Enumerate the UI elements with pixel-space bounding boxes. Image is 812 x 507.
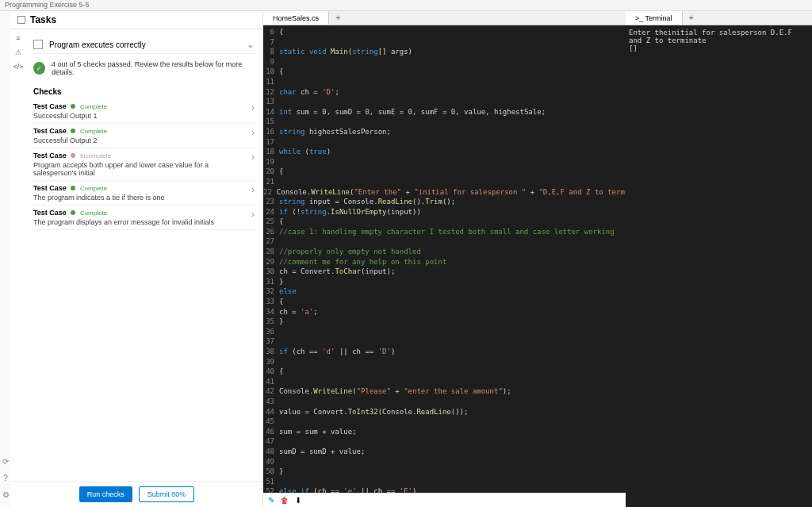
terminal[interactable]: Enter theinitial for salesperson D.E.F a… <box>626 25 812 507</box>
code-line: 23string input = Console.ReadLine().Trim… <box>263 197 626 207</box>
code-icon[interactable]: </> <box>13 63 23 71</box>
check-item[interactable]: Test Case Incomplete Program accepts bot… <box>32 148 256 181</box>
run-checks-button[interactable]: Run checks <box>79 486 132 502</box>
terminal-output: Enter theinitial for salesperson D.E.F a… <box>629 29 809 44</box>
check-item[interactable]: Test Case Complete The program indicates… <box>32 181 256 205</box>
code-line: 43 <box>263 397 626 407</box>
task-exec-label: Program executes correctly <box>49 40 247 49</box>
submit-button[interactable]: Submit 80% <box>139 486 195 502</box>
code-line: 16string highestSalesPerson; <box>263 127 626 137</box>
tasks-title: Tasks <box>30 14 56 25</box>
code-line: 32else <box>263 286 626 297</box>
code-line: 31} <box>263 277 626 287</box>
delete-icon[interactable]: 🗑 <box>281 496 289 505</box>
tasks-body: Program executes correctly ⌄ ✓ 4 out of … <box>25 29 262 481</box>
code-line: 14int sum = 0, sumD = 0, sumE = 0, sumF … <box>263 107 626 117</box>
warn-icon[interactable]: ⚠ <box>15 48 21 56</box>
check-item[interactable]: Test Case Complete The program displays … <box>32 205 256 230</box>
code-line: 30ch = Convert.ToChar(input); <box>263 267 626 277</box>
checks-header: Checks <box>32 83 256 99</box>
code-line: 52else if (ch == 'e' || ch == 'E') <box>263 486 626 493</box>
code-line: 8static void Main(string[] args) <box>263 47 626 57</box>
edit-icon[interactable]: ✎ <box>268 496 274 505</box>
chevron-right-icon: › <box>251 152 255 163</box>
terminal-tab-bar: >_ Terminal + <box>626 11 812 25</box>
task-checkbox[interactable] <box>33 40 43 49</box>
code-line: 27 <box>263 236 626 247</box>
code-line: 25{ <box>263 217 626 227</box>
terminal-tab-add[interactable]: + <box>683 11 700 25</box>
code-line: 39 <box>263 357 626 367</box>
tasks-panel: Tasks ≡ ⚠ </> Program executes correctly… <box>11 11 263 507</box>
code-line: 51 <box>263 477 626 487</box>
terminal-panel: >_ Terminal + Enter theinitial for sales… <box>626 11 812 507</box>
left-icon-rail: ≡ ⚠ </> <box>11 29 25 481</box>
code-line: 46sum = sum + value; <box>263 427 626 437</box>
editor-footer: ✎ 🗑 ⬇ <box>263 493 626 507</box>
code-line: 50} <box>263 467 626 477</box>
tasks-icon <box>17 16 25 24</box>
task-exec-row[interactable]: Program executes correctly ⌄ <box>32 36 256 54</box>
main-layout: ⟳ ? ⚙ Tasks ≡ ⚠ </> Program executes cor… <box>0 11 812 507</box>
code-line: 38if (ch == 'd' || ch == 'D') <box>263 347 626 357</box>
code-line: 19 <box>263 157 626 167</box>
code-line: 22Console.WriteLine("Enter the" + "initi… <box>263 187 626 198</box>
tasks-footer: Run checks Submit 80% <box>11 481 262 507</box>
terminal-cursor: [] <box>629 44 809 52</box>
code-line: 18while (true) <box>263 147 626 157</box>
chevron-right-icon: › <box>251 184 255 195</box>
chevron-right-icon: › <box>251 209 255 220</box>
code-editor[interactable]: 6{78static void Main(string[] args)910{1… <box>263 25 626 493</box>
refresh-icon[interactable]: ⟳ <box>2 457 9 466</box>
code-line: 33{ <box>263 297 626 307</box>
far-left-icons: ⟳ ? ⚙ <box>0 11 11 507</box>
code-line: 7 <box>263 37 626 48</box>
code-line: 26//case 1: handling empty character I t… <box>263 227 626 237</box>
code-line: 49 <box>263 457 626 467</box>
editor-tab-bar: HomeSales.cs + <box>263 11 626 25</box>
code-line: 24if (!string.IsNullOrEmpty(input)) <box>263 207 626 217</box>
code-line: 47 <box>263 436 626 447</box>
terminal-tab-label: >_ Terminal <box>635 14 672 22</box>
exercise-title: Programming Exercise 5-5 <box>5 1 90 9</box>
check-item[interactable]: Test Case Complete Successful Output 1 › <box>32 99 256 124</box>
code-line: 21 <box>263 177 626 187</box>
code-line: 36 <box>263 327 626 337</box>
help-icon[interactable]: ? <box>3 474 8 482</box>
code-line: 37 <box>263 336 626 347</box>
gear-icon[interactable]: ⚙ <box>2 490 10 499</box>
summary-icon: ✓ <box>33 62 45 75</box>
summary-row: ✓ 4 out of 5 checks passed. Review the r… <box>32 54 256 83</box>
code-line: 11 <box>263 77 626 87</box>
code-line: 45 <box>263 417 626 427</box>
editor-panel: HomeSales.cs + 6{78static void Main(stri… <box>263 11 626 507</box>
topbar: Programming Exercise 5-5 <box>0 0 812 11</box>
code-line: 12char ch = 'D'; <box>263 87 626 98</box>
tasks-header: Tasks <box>11 11 262 29</box>
code-line: 44value = Convert.ToInt32(Console.ReadLi… <box>263 407 626 417</box>
tab-terminal[interactable]: >_ Terminal <box>626 11 683 25</box>
chevron-right-icon: › <box>251 127 255 138</box>
code-line: 28//properly only empty not handled <box>263 247 626 257</box>
chevron-right-icon: › <box>251 102 255 113</box>
code-line: 35} <box>263 317 626 327</box>
code-line: 13 <box>263 97 626 107</box>
check-item[interactable]: Test Case Complete Successful Output 2 › <box>32 124 256 148</box>
code-line: 34ch = 'a'; <box>263 307 626 317</box>
code-line: 6{ <box>263 27 626 37</box>
code-line: 48sumD = sumD + value; <box>263 447 626 457</box>
code-line: 40{ <box>263 367 626 377</box>
code-line: 9 <box>263 57 626 67</box>
code-line: 15 <box>263 117 626 127</box>
code-line: 17 <box>263 137 626 148</box>
chevron-down-icon: ⌄ <box>247 39 255 50</box>
code-line: 20{ <box>263 167 626 177</box>
list-icon[interactable]: ≡ <box>16 34 20 42</box>
download-icon[interactable]: ⬇ <box>295 496 301 505</box>
tab-homesales[interactable]: HomeSales.cs <box>263 11 329 25</box>
code-line: 10{ <box>263 67 626 77</box>
code-line: 42Console.WriteLine("Please" + "enter th… <box>263 386 626 397</box>
tab-add-button[interactable]: + <box>329 11 347 25</box>
code-line: 41 <box>263 377 626 387</box>
summary-text: 4 out of 5 checks passed. Review the res… <box>52 60 255 76</box>
